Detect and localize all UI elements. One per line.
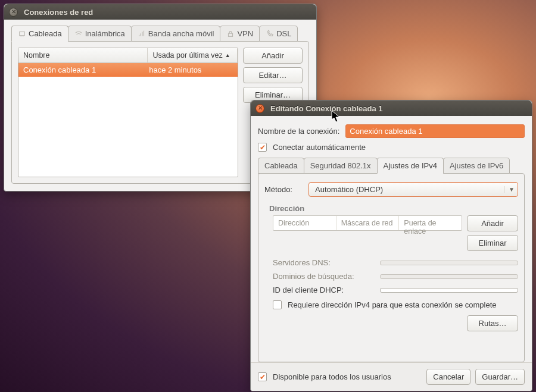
add-button[interactable]: Añadir bbox=[243, 48, 303, 64]
wired-icon bbox=[18, 30, 26, 38]
svg-rect-1 bbox=[229, 33, 233, 36]
wifi-icon bbox=[74, 30, 83, 38]
titlebar[interactable]: ✕ Editando Conexión cableada 1 bbox=[251, 101, 532, 116]
search-domains-input bbox=[380, 274, 518, 279]
routes-button[interactable]: Rutas… bbox=[467, 315, 518, 331]
available-all-users-label: Disponible para todos los usuarios bbox=[273, 372, 391, 381]
close-icon[interactable]: ✕ bbox=[255, 104, 264, 113]
require-ipv4-checkbox[interactable] bbox=[273, 300, 282, 309]
column-header-address[interactable]: Dirección bbox=[273, 216, 336, 230]
window-title: Conexiones de red bbox=[24, 8, 93, 17]
tab-wired[interactable]: Cableada bbox=[11, 26, 68, 42]
signal-icon bbox=[138, 30, 146, 38]
connection-type-tabs: Cableada Inalámbrica Banda ancha móvil V… bbox=[11, 26, 309, 42]
edit-connection-dialog: ✕ Editando Conexión cableada 1 Nombre de… bbox=[250, 100, 532, 391]
tab-ipv4-settings[interactable]: Ajustes de IPv4 bbox=[377, 158, 444, 174]
tab-dsl[interactable]: DSL bbox=[259, 26, 298, 42]
tab-ipv6-settings[interactable]: Ajustes de IPv6 bbox=[443, 158, 510, 174]
column-header-gateway[interactable]: Puerta de enlace bbox=[399, 216, 462, 230]
mouse-cursor-icon bbox=[331, 110, 341, 123]
connection-list: Nombre Usada por última vez ▲ Conexión c… bbox=[18, 48, 238, 177]
phone-icon bbox=[266, 30, 274, 38]
dhcp-client-id-input[interactable] bbox=[380, 288, 518, 293]
dhcp-client-id-label: ID del cliente DHCP: bbox=[273, 286, 374, 294]
connection-name-label: Nombre de la conexión: bbox=[258, 127, 339, 136]
column-header-netmask[interactable]: Máscara de red bbox=[336, 216, 400, 230]
dns-servers-input bbox=[380, 261, 518, 265]
tab-mobile-broadband[interactable]: Banda ancha móvil bbox=[131, 26, 221, 42]
column-header-name[interactable]: Nombre bbox=[18, 48, 148, 62]
tab-vpn[interactable]: VPN bbox=[220, 26, 260, 42]
column-header-last-used[interactable]: Usada por última vez ▲ bbox=[148, 48, 238, 62]
tab-wired-settings[interactable]: Cableada bbox=[258, 158, 304, 174]
address-add-button[interactable]: Añadir bbox=[467, 215, 518, 231]
autoconnect-label: Conectar automáticamente bbox=[273, 143, 366, 152]
svg-rect-0 bbox=[20, 32, 25, 35]
search-domains-label: Dominios de búsqueda: bbox=[273, 272, 374, 281]
connection-name-input[interactable]: Conexión cableada 1 bbox=[345, 124, 525, 138]
address-delete-button[interactable]: Eliminar bbox=[467, 235, 518, 251]
cancel-button[interactable]: Cancelar bbox=[426, 369, 470, 385]
require-ipv4-label: Requiere dirección IPv4 para que esta co… bbox=[288, 300, 497, 309]
tab-8021x-security[interactable]: Seguridad 802.1x bbox=[304, 158, 378, 174]
titlebar[interactable]: ✕ Conexiones de red bbox=[4, 4, 316, 20]
method-label: Método: bbox=[264, 185, 303, 194]
dialog-title: Editando Conexión cableada 1 bbox=[270, 104, 383, 113]
method-select[interactable]: Automático (DHCP) ▼ bbox=[308, 182, 518, 197]
dns-servers-label: Servidores DNS: bbox=[273, 258, 374, 267]
edit-button[interactable]: Editar… bbox=[243, 67, 303, 83]
address-table: Dirección Máscara de red Puerta de enlac… bbox=[273, 215, 462, 231]
tab-wireless[interactable]: Inalámbrica bbox=[68, 26, 132, 42]
connection-row[interactable]: Conexión cableada 1 hace 2 minutos bbox=[18, 63, 238, 77]
address-section-label: Dirección bbox=[269, 204, 518, 213]
available-all-users-checkbox[interactable] bbox=[258, 372, 267, 381]
lock-icon bbox=[226, 30, 235, 38]
close-icon[interactable]: ✕ bbox=[9, 8, 18, 17]
chevron-down-icon: ▼ bbox=[504, 186, 514, 193]
autoconnect-checkbox[interactable] bbox=[258, 143, 267, 152]
sort-indicator-icon: ▲ bbox=[225, 52, 230, 58]
save-button[interactable]: Guardar… bbox=[475, 369, 525, 385]
